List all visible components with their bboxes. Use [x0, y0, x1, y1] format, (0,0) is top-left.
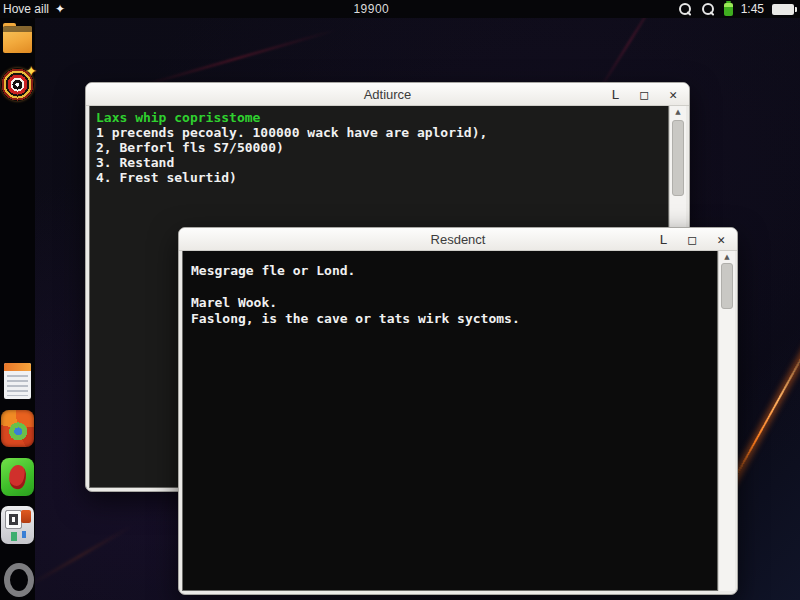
panel-center-label: 19900 — [65, 2, 678, 16]
minimize-button[interactable]: L — [610, 87, 622, 102]
menu-label: Hove aill — [3, 2, 49, 16]
scrollbar-thumb[interactable] — [721, 263, 733, 309]
terminal-line: 4. Frest selurtid) — [96, 170, 662, 185]
maximize-button[interactable]: □ — [686, 232, 698, 247]
terminal-line: Marel Wook. — [191, 295, 709, 311]
terminal-line: Faslong, is the cave or tats wirk syctom… — [191, 311, 709, 327]
browser-icon[interactable] — [1, 410, 34, 447]
scroll-up-icon[interactable]: ▲ — [670, 106, 686, 116]
target-app-icon[interactable]: ✦ — [1, 68, 34, 101]
battery-icon — [772, 4, 794, 15]
document-icon[interactable] — [4, 363, 31, 399]
close-button[interactable]: ✕ — [667, 87, 679, 102]
maximize-button[interactable]: □ — [638, 87, 650, 102]
window-resdenct: Resdenct L □ ✕ Mesgrage fle or Lond. Mar… — [178, 227, 738, 595]
terminal-line: 3. Restand — [96, 155, 662, 170]
dock: ✦ — [0, 18, 35, 600]
panel-indicators: 1:45 — [678, 2, 800, 17]
terminal-text: Laxs whip coprisstome 1 precends pecoaly… — [90, 106, 668, 189]
scroll-up-icon[interactable]: ▲ — [719, 251, 735, 261]
window-title: Adtiurce — [86, 87, 689, 102]
minimize-button[interactable]: L — [658, 232, 670, 247]
panel-menu[interactable]: Hove aill ✦ — [0, 2, 65, 16]
terminal-line: 2, Berforl fls S7/50000) — [96, 140, 662, 155]
titlebar-resdenct[interactable]: Resdenct L □ ✕ — [179, 228, 737, 251]
terminal-text: Mesgrage fle or Lond. Marel Wook. Faslon… — [183, 251, 717, 339]
close-button[interactable]: ✕ — [715, 232, 727, 247]
terminal-line — [191, 279, 709, 295]
window-controls: L □ ✕ — [658, 228, 727, 250]
battery-charging-icon — [724, 3, 733, 16]
file-manager-icon[interactable] — [3, 26, 32, 53]
background-streak — [28, 525, 133, 587]
terminal-line: Mesgrage fle or Lond. — [191, 263, 709, 279]
terminal-content-resdenct[interactable]: Mesgrage fle or Lond. Marel Wook. Faslon… — [182, 251, 718, 591]
software-center-icon[interactable] — [1, 506, 34, 544]
search-icon[interactable] — [678, 2, 693, 17]
terminal-line: Laxs whip coprisstome — [96, 110, 662, 125]
window-controls: L □ ✕ — [610, 83, 679, 105]
titlebar-adtiurce[interactable]: Adtiurce L □ ✕ — [86, 83, 689, 106]
spark-icon: ✦ — [55, 3, 65, 15]
scrollbar-thumb[interactable] — [672, 120, 684, 196]
top-panel: Hove aill ✦ 19900 1:45 — [0, 0, 800, 18]
search-ring-icon[interactable] — [4, 563, 34, 597]
window-title: Resdenct — [179, 232, 737, 247]
search-icon[interactable] — [701, 2, 716, 17]
background-streak — [134, 29, 336, 89]
star-icon: ✦ — [25, 64, 37, 78]
terminal-line: 1 precends pecoaly. 100000 wack have are… — [96, 125, 662, 140]
scrollbar[interactable]: ▲ — [718, 251, 735, 591]
graphics-app-icon[interactable] — [1, 458, 34, 496]
clock[interactable]: 1:45 — [741, 2, 764, 16]
background-streak — [729, 338, 800, 488]
